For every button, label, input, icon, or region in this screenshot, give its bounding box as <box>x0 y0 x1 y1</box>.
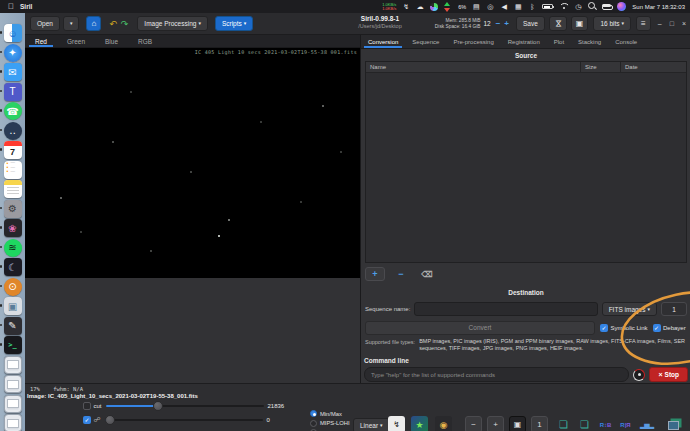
dock-icon-astro-dark-app[interactable]: ☾ <box>4 258 22 276</box>
add-files-button[interactable]: + <box>365 267 385 281</box>
stocks-icon[interactable] <box>444 2 452 12</box>
zoom-decrease-button[interactable]: − <box>494 19 503 28</box>
slider-handle[interactable] <box>153 401 163 411</box>
image-canvas[interactable]: IC 405 Light 10 secs 2021-03-02T19-55-38… <box>25 48 360 383</box>
channel-tab[interactable]: Blue <box>95 35 128 47</box>
high-cutoff-slider[interactable] <box>106 400 264 411</box>
power-icon[interactable]: ↯ <box>402 1 410 12</box>
dock-icon-image-viewer[interactable]: ▣ <box>4 297 22 315</box>
debayer-checkbox[interactable]: ✓ Debayer <box>653 324 686 332</box>
fit-to-window-button[interactable]: ▣ <box>509 416 526 431</box>
battery-icon[interactable] <box>542 4 553 9</box>
start-index-spinner[interactable]: 1 <box>661 302 687 316</box>
star-detection-button[interactable]: ★ <box>411 416 428 431</box>
open-button[interactable]: Open <box>30 16 60 31</box>
low-cutoff-value[interactable]: 0 <box>267 417 291 423</box>
network-speed-indicator[interactable]: 1.0KB/s 1.0KB/s <box>382 1 396 12</box>
open-recent-dropdown[interactable]: ▾ <box>63 16 80 31</box>
dock-icon-annotate-tool[interactable]: ✎ <box>4 317 22 335</box>
remove-files-button[interactable]: − <box>391 267 411 281</box>
save-button[interactable]: Save <box>516 16 545 31</box>
output-format-dropdown[interactable]: FITS images ▾ <box>602 302 657 316</box>
image-processing-menu-button[interactable]: Image Processing ▾ <box>137 16 208 31</box>
dock-window-thumbnail-4[interactable] <box>4 414 22 431</box>
stop-button[interactable]: × Stop <box>649 367 688 382</box>
notebook-tab[interactable]: Console <box>608 35 644 48</box>
dock-icon-safari[interactable]: ✦ <box>4 44 22 62</box>
dock-icon-notes[interactable] <box>4 180 22 198</box>
command-status-icon[interactable] <box>633 369 645 381</box>
redo-button[interactable]: ↷ <box>119 19 131 29</box>
active-app-name[interactable]: Siril <box>20 3 32 10</box>
minimize-button[interactable]: – <box>654 20 666 27</box>
dock-icon-spotify[interactable]: ≋ <box>4 239 22 257</box>
flip-vertical-button[interactable]: ❏ <box>576 416 593 431</box>
undo-button[interactable]: ↶ <box>107 19 119 29</box>
slider-handle[interactable] <box>105 415 115 425</box>
notebook-tab[interactable]: Pre-processing <box>446 35 500 48</box>
siri-icon[interactable] <box>617 2 626 11</box>
dock-icon-terminal[interactable]: >_ <box>4 336 22 354</box>
clock-icon[interactable]: ◷ <box>574 1 582 12</box>
column-header-name[interactable]: Name <box>366 62 581 72</box>
zoom-out-button[interactable]: − <box>465 416 482 431</box>
convert-button[interactable]: Convert <box>365 321 595 335</box>
dock-icon-mail[interactable]: ✉ <box>4 63 22 81</box>
channel-tab[interactable]: Green <box>57 35 95 47</box>
zoom-increase-button[interactable]: + <box>502 19 511 28</box>
dock-icon-finder[interactable]: ☺ <box>4 24 22 42</box>
link-channels-checkbox[interactable]: ✓ ☍ <box>83 416 101 424</box>
histogram-button[interactable]: ▂▅▂ <box>638 416 655 431</box>
pie-chart-icon[interactable] <box>430 3 438 11</box>
dock-icon-orange-search-app[interactable]: ⊙ <box>4 278 22 296</box>
screen-record-icon[interactable]: ◎ <box>486 1 494 12</box>
volume-icon[interactable]: ◀ <box>500 1 508 12</box>
dock-icon-whatsapp[interactable]: ☎ <box>4 102 22 120</box>
notebook-tab[interactable]: Stacking <box>571 35 608 48</box>
cpu-percent[interactable]: 6% <box>458 1 466 12</box>
scale-mode-dropdown[interactable]: Linear ▾ <box>353 418 390 431</box>
column-header-date[interactable]: Date <box>621 62 686 72</box>
swap-hourglass-button[interactable]: ⋈ <box>549 16 567 31</box>
cloud-icon[interactable]: ☁ <box>416 1 424 12</box>
sequence-layers-button[interactable] <box>665 416 682 431</box>
cut-checkbox[interactable]: ✓ cut <box>83 402 102 410</box>
zoom-in-button[interactable]: + <box>487 416 504 431</box>
snapshot-button[interactable]: ▣ <box>571 16 589 31</box>
dock-window-thumbnail-3[interactable] <box>4 395 22 413</box>
flip-horizontal-button[interactable]: ❏ <box>555 416 572 431</box>
keyboard-icon[interactable]: ▦ <box>514 1 522 12</box>
bit-depth-dropdown[interactable]: 16 bits ▾ <box>593 16 631 31</box>
low-cutoff-slider[interactable] <box>105 414 263 425</box>
dock-icon-reminders[interactable] <box>4 161 22 179</box>
high-cutoff-value[interactable]: 21836 <box>268 403 292 409</box>
search-icon[interactable] <box>588 2 596 11</box>
notebook-tab[interactable]: Sequence <box>405 35 446 48</box>
mirror-button[interactable]: R|Я <box>617 416 634 431</box>
dock-window-thumbnail-2[interactable] <box>4 375 22 393</box>
one-to-one-button[interactable]: 1 <box>531 416 548 431</box>
apple-menu-icon[interactable]:  <box>8 0 14 13</box>
channel-tab[interactable]: Red <box>25 35 57 47</box>
bluetooth-icon[interactable]: ᛒ <box>528 1 536 12</box>
close-button[interactable]: × <box>678 20 690 27</box>
notebook-tab[interactable]: Plot <box>547 35 571 48</box>
column-header-size[interactable]: Size <box>581 62 621 72</box>
channel-tab[interactable]: RGB <box>128 35 162 47</box>
control-center-icon[interactable] <box>602 3 611 11</box>
notebook-tab[interactable]: Registration <box>501 35 547 48</box>
clear-list-button[interactable]: ⌫ <box>417 267 437 281</box>
home-button[interactable]: ⌂ <box>86 16 101 31</box>
dock-icon-settings[interactable]: ⚙ <box>4 200 22 218</box>
astrometry-flash-button[interactable]: ↯ <box>388 416 405 431</box>
dock-window-thumbnail-1[interactable] <box>4 356 22 374</box>
display-mirroring-icon[interactable]: ▤ <box>472 1 480 12</box>
wifi-icon[interactable] <box>559 3 568 10</box>
symbolic-link-checkbox[interactable]: ✓ Symbolic Link <box>600 324 648 332</box>
source-file-list[interactable]: Name Size Date <box>365 61 687 263</box>
maximize-button[interactable]: □ <box>666 20 678 27</box>
hamburger-menu-button[interactable]: ≡ <box>636 16 651 31</box>
scripts-menu-button[interactable]: Scripts ▾ <box>215 16 253 31</box>
dock-icon-teams[interactable]: T <box>4 83 22 101</box>
dock-icon-calendar[interactable]: 7 <box>4 141 22 159</box>
